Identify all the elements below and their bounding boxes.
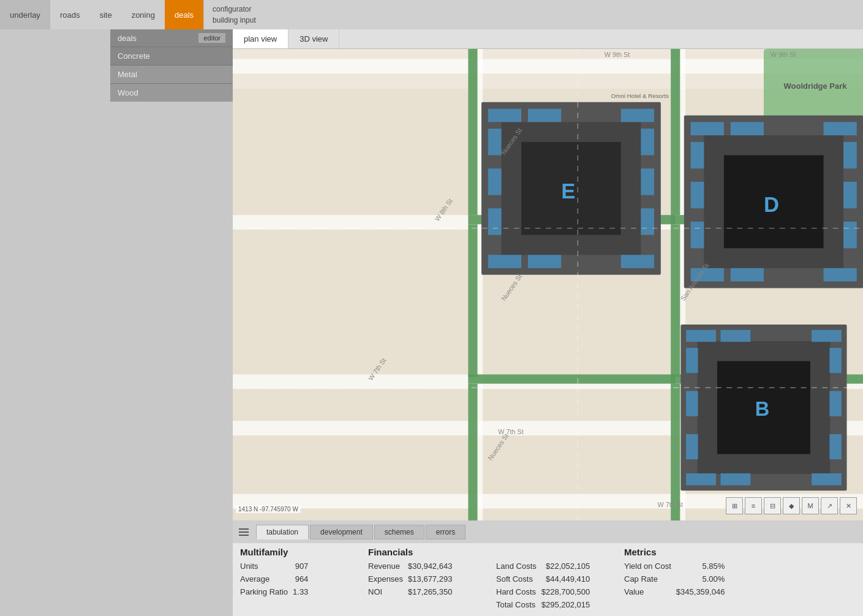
svg-rect-75 [812, 473, 842, 486]
svg-rect-24 [488, 109, 521, 122]
svg-rect-25 [528, 109, 561, 122]
table-row: Soft Costs $44,449,410 [496, 573, 600, 585]
soft-costs-label: Soft Costs [496, 573, 541, 585]
table-row: Parking Ratio 1.33 [240, 585, 318, 598]
caprate-value: 5.00% [676, 573, 735, 585]
dropdown-item-concrete[interactable]: Concrete [110, 47, 233, 65]
map-ctrl-list[interactable]: ≡ [745, 497, 762, 514]
map-ctrl-close[interactable]: ✕ [840, 497, 857, 514]
bottom-data-area: Multifamily Units 907 Average 964 Parkin… [233, 543, 863, 616]
costs-table: Land Costs $22,052,105 Soft Costs $44,44… [496, 560, 600, 611]
map-ctrl-m[interactable]: M [802, 497, 819, 514]
map-ctrl-grid[interactable]: ⊟ [764, 497, 781, 514]
expenses-label: Expenses [368, 573, 408, 585]
svg-rect-32 [488, 208, 502, 235]
total-costs-value: $295,202,015 [541, 598, 600, 611]
nav-roads[interactable]: roads [50, 0, 90, 29]
metrics-table: Yield on Cost 5.85% Cap Rate 5.00% Value… [624, 560, 734, 598]
svg-rect-33 [641, 129, 654, 155]
tab-plan-view[interactable]: plan view [233, 29, 288, 48]
svg-rect-29 [621, 255, 654, 268]
deals-dropdown: deals editor Concrete Metal Wood [110, 29, 233, 102]
nav-configurator[interactable]: configurator [213, 4, 256, 15]
financials-title: Financials [368, 547, 478, 557]
svg-rect-79 [829, 348, 842, 373]
multifamily-section: Multifamily Units 907 Average 964 Parkin… [240, 547, 363, 598]
financials-table: Revenue $30,942,643 Expenses $13,677,293… [368, 560, 462, 598]
nav-underlay[interactable]: underlay [0, 0, 50, 29]
tab-errors[interactable]: errors [426, 525, 465, 539]
svg-rect-70 [686, 330, 716, 342]
svg-rect-19 [468, 384, 477, 520]
dropdown-item-wood[interactable]: Wood [110, 83, 233, 102]
svg-rect-13 [468, 374, 675, 383]
table-row: Yield on Cost 5.85% [624, 560, 734, 573]
metrics-title: Metrics [624, 547, 734, 557]
caprate-label: Cap Rate [624, 573, 676, 585]
svg-rect-41 [731, 122, 764, 135]
tab-3d-view[interactable]: 3D view [288, 29, 339, 48]
land-costs-label: Land Costs [496, 560, 541, 573]
svg-text:Omni Hotel & Resorts: Omni Hotel & Resorts [611, 92, 669, 99]
svg-rect-44 [731, 268, 764, 282]
view-tabs: plan view 3D view [233, 29, 863, 49]
svg-text:W 9th St: W 9th St [605, 51, 630, 58]
dropdown-header: deals editor [110, 29, 233, 47]
left-sidebar [0, 29, 233, 616]
svg-rect-45 [824, 268, 857, 282]
svg-rect-40 [691, 122, 724, 135]
nav-site[interactable]: site [89, 0, 121, 29]
svg-rect-51 [843, 222, 857, 248]
bottom-panel: tabulation development schemes errors Mu… [233, 520, 863, 616]
svg-text:E: E [561, 179, 575, 203]
table-row: Revenue $30,942,643 [368, 560, 462, 573]
land-costs-value: $22,052,105 [541, 560, 600, 573]
metrics-section: Metrics Yield on Cost 5.85% Cap Rate 5.0… [624, 547, 747, 598]
dropdown-item-metal[interactable]: Metal [110, 65, 233, 83]
costs-title-spacer [496, 547, 606, 557]
soft-costs-value: $44,449,410 [541, 573, 600, 585]
noi-value: $17,265,350 [408, 585, 462, 598]
editor-button[interactable]: editor [198, 33, 225, 43]
svg-rect-72 [812, 330, 842, 342]
nav-deals[interactable]: deals [165, 0, 203, 29]
svg-rect-35 [641, 208, 654, 235]
tab-schemes[interactable]: schemes [374, 525, 424, 539]
map-ctrl-table[interactable]: ⊞ [726, 497, 743, 514]
multifamily-table: Units 907 Average 964 Parking Ratio 1.33 [240, 560, 318, 598]
nav-right-group: configurator building input [203, 0, 265, 29]
svg-rect-73 [686, 473, 716, 486]
svg-rect-48 [691, 222, 704, 248]
map-area[interactable]: E [233, 49, 863, 520]
table-row: Cap Rate 5.00% [624, 573, 734, 585]
table-row: Expenses $13,677,293 [368, 573, 462, 585]
map-svg: E [233, 49, 863, 520]
tab-development[interactable]: development [310, 525, 373, 539]
map-ctrl-expand[interactable]: ↗ [821, 497, 838, 514]
top-nav: underlay roads site zoning deals configu… [0, 0, 863, 29]
revenue-label: Revenue [368, 560, 408, 573]
nav-zoning[interactable]: zoning [122, 0, 165, 29]
svg-rect-81 [829, 434, 842, 459]
hamburger-menu[interactable] [235, 524, 252, 541]
tab-tabulation[interactable]: tabulation [256, 525, 309, 539]
svg-text:W 7th St: W 7th St [657, 501, 683, 508]
svg-text:D: D [764, 193, 779, 216]
revenue-value: $30,942,643 [408, 560, 462, 573]
svg-rect-77 [686, 391, 698, 416]
svg-rect-49 [843, 142, 857, 168]
table-row: Hard Costs $228,700,500 [496, 585, 600, 598]
main-layout: plan view 3D view [0, 29, 863, 616]
property-value-label: Value [624, 585, 676, 598]
svg-rect-47 [691, 182, 704, 208]
map-controls: ⊞ ≡ ⊟ ◆ M ↗ ✕ [726, 497, 857, 514]
svg-rect-71 [720, 330, 750, 342]
svg-text:Wooldridge Park: Wooldridge Park [784, 81, 848, 91]
map-ctrl-diamond[interactable]: ◆ [783, 497, 800, 514]
svg-rect-46 [691, 142, 704, 168]
hard-costs-value: $228,700,500 [541, 585, 600, 598]
financials-section: Financials Revenue $30,942,643 Expenses … [368, 547, 491, 598]
yield-value: 5.85% [676, 560, 735, 573]
nav-building-input[interactable]: building input [213, 15, 256, 26]
svg-rect-34 [641, 168, 654, 195]
